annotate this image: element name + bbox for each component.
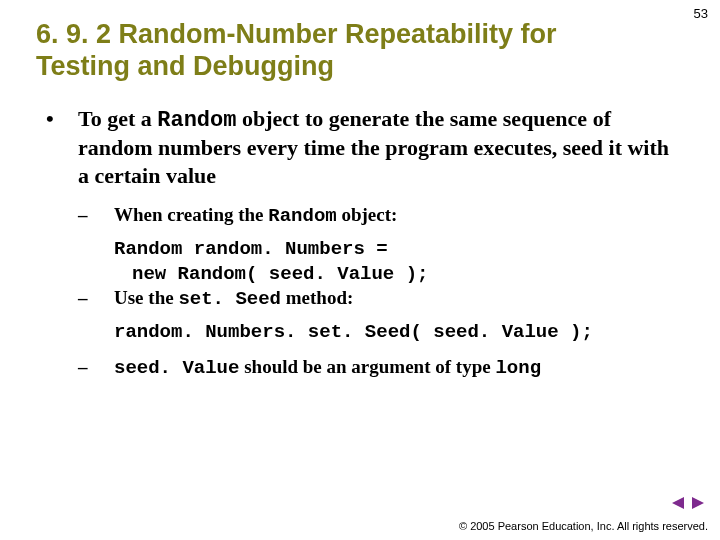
code1-line1: Random random. Numbers = <box>114 237 684 262</box>
dash-icon: – <box>96 203 114 228</box>
slide-title: 6. 9. 2 Random-Number Repeatability for … <box>36 18 684 83</box>
sub-bullet-3: –seed. Value should be an argument of ty… <box>96 355 684 381</box>
dash-icon: – <box>96 286 114 311</box>
sub2-post: method: <box>281 287 353 308</box>
sub2-code: set. Seed <box>178 288 281 310</box>
dash-icon: – <box>96 355 114 380</box>
sub1-code: Random <box>268 205 336 227</box>
sub-bullet-1: –When creating the Random object: <box>96 203 684 229</box>
sub2-pre: Use the <box>114 287 178 308</box>
code-block-1: Random random. Numbers = new Random( see… <box>114 237 684 286</box>
code1-line2: new Random( seed. Value ); <box>114 262 684 287</box>
page-number: 53 <box>694 6 708 21</box>
code-block-2: random. Numbers. set. Seed( seed. Value … <box>114 320 684 345</box>
next-arrow-icon[interactable] <box>690 496 706 510</box>
svg-marker-1 <box>692 497 704 509</box>
code2-line1: random. Numbers. set. Seed( seed. Value … <box>114 320 684 345</box>
bullet-main: •To get a Random object to generate the … <box>62 105 684 190</box>
sub1-pre: When creating the <box>114 204 268 225</box>
slide: 53 6. 9. 2 Random-Number Repeatability f… <box>0 0 720 540</box>
sub-bullet-2: –Use the set. Seed method: <box>96 286 684 312</box>
sub3-code1: seed. Value <box>114 357 239 379</box>
prev-arrow-icon[interactable] <box>670 496 686 510</box>
bullet-dot: • <box>62 105 78 133</box>
svg-marker-0 <box>672 497 684 509</box>
sub3-mid: should be an argument of type <box>239 356 495 377</box>
sub1-post: object: <box>337 204 398 225</box>
nav-arrows <box>670 496 706 514</box>
bullet-text-code: Random <box>157 108 236 133</box>
bullet-text-pre: To get a <box>78 106 157 131</box>
copyright-footer: © 2005 Pearson Education, Inc. All right… <box>459 520 708 532</box>
sub3-code2: long <box>495 357 541 379</box>
